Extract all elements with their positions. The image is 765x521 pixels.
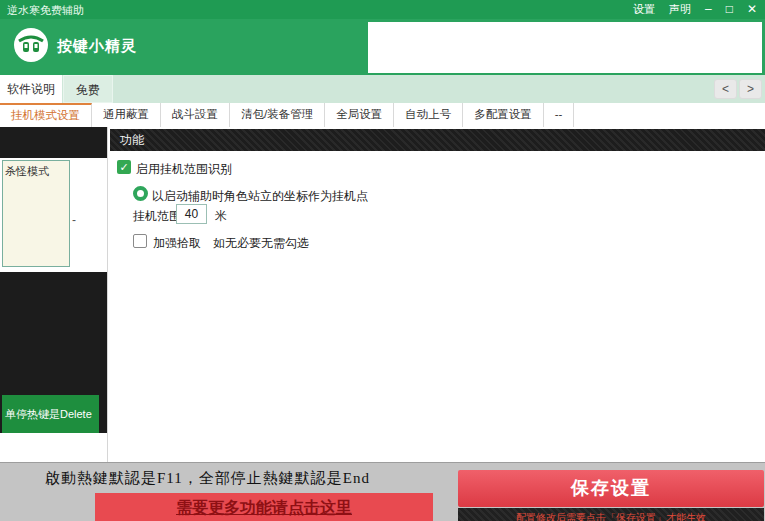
tab-bag-equipment[interactable]: 清包/装备管理 — [230, 103, 325, 127]
sidebar-divider — [107, 127, 108, 462]
menu-settings[interactable]: 设置 — [633, 2, 655, 17]
more-features-banner[interactable]: 需要更多功能请点击这里 — [95, 493, 433, 521]
chevron-left-icon[interactable]: < — [714, 79, 737, 99]
enhanced-pickup-hint: 如无必要无需勾选 — [213, 235, 309, 252]
save-settings-label: 保存设置 — [571, 478, 651, 498]
secondary-tabbar: 挂机模式设置 通用蔽置 战斗設置 清包/装备管理 全局设置 自动上号 多配置设置… — [0, 103, 765, 127]
single-stop-hotkey-note: 单停热键是Delete — [2, 395, 99, 433]
footer: 啟動熱鍵默認是F11，全部停止熱鍵默認是End 需要更多功能请点击这里 保存设置… — [0, 462, 765, 521]
hotkey-info-text: 啟動熱鍵默認是F11，全部停止熱鍵默認是End — [45, 469, 370, 488]
tab-global-settings[interactable]: 全局设置 — [325, 103, 394, 127]
menu-statement[interactable]: 声明 — [669, 2, 691, 17]
tab-general-settings[interactable]: 通用蔽置 — [92, 103, 161, 127]
save-note-strip: 配置修改后需要点击「保存设置」才能生效 — [458, 508, 764, 521]
app-name: 按键小精灵 — [57, 37, 137, 56]
enhanced-pickup-checkbox[interactable] — [133, 234, 147, 248]
app-logo-icon — [13, 27, 49, 63]
tab-software-info[interactable]: 软件说明 — [0, 75, 62, 103]
range-unit: 米 — [215, 208, 227, 225]
mode-list-item[interactable]: 杀怪模式 — [5, 164, 67, 179]
range-input[interactable] — [176, 204, 207, 224]
notice-panel — [368, 22, 762, 73]
save-note-text: 配置修改后需要点击「保存设置」才能生效 — [458, 511, 764, 521]
tab-dash[interactable]: -- — [544, 103, 575, 127]
tab-combat-settings[interactable]: 战斗設置 — [161, 103, 230, 127]
sidebar-dash: - — [72, 213, 76, 227]
titlebar: 逆水寒免费辅助 设置 声明 – □ ✕ — [0, 0, 765, 19]
more-features-link[interactable]: 需要更多功能请点击这里 — [176, 499, 352, 516]
header-band: 按键小精灵 — [0, 19, 765, 75]
panel-header: 功能 — [110, 129, 765, 151]
enable-range-checkbox[interactable]: ✓ — [117, 160, 131, 174]
range-label: 挂机范围 — [133, 208, 181, 225]
maximize-icon[interactable]: □ — [726, 0, 733, 19]
tab-idle-mode-settings[interactable]: 挂机模式设置 — [0, 103, 92, 127]
app-window: 逆水寒免费辅助 设置 声明 – □ ✕ 按键小精灵 软件说明 免费 < > 挂机… — [0, 0, 765, 521]
chevron-right-icon[interactable]: > — [739, 79, 762, 99]
anchor-point-label: 以启动辅助时角色站立的坐标作为挂机点 — [152, 188, 368, 205]
close-icon[interactable]: ✕ — [747, 0, 757, 19]
enable-range-label: 启用挂机范围识别 — [136, 161, 232, 178]
minimize-icon[interactable]: – — [705, 0, 712, 19]
anchor-point-radio[interactable] — [133, 186, 148, 201]
tab-free[interactable]: 免费 — [63, 75, 113, 103]
tab-auto-login[interactable]: 自动上号 — [394, 103, 463, 127]
save-settings-button[interactable]: 保存设置 — [458, 470, 764, 507]
tab-multi-config[interactable]: 多配置设置 — [463, 103, 544, 127]
mode-listbox[interactable]: 杀怪模式 — [2, 160, 70, 267]
primary-tabbar: 软件说明 免费 < > — [0, 75, 765, 103]
sidebar-top-strip — [0, 127, 107, 158]
window-title: 逆水寒免费辅助 — [7, 3, 84, 18]
enhanced-pickup-label: 加强拾取 — [153, 235, 201, 252]
